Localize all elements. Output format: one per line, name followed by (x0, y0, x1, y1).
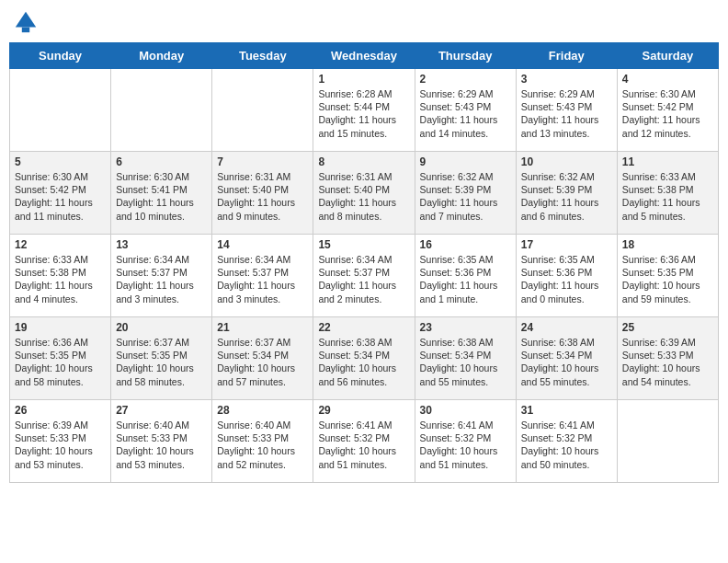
calendar-cell: 15Sunrise: 6:34 AM Sunset: 5:37 PM Dayli… (313, 235, 415, 317)
day-number: 18 (622, 238, 713, 251)
day-info: Sunrise: 6:34 AM Sunset: 5:37 PM Dayligh… (318, 253, 409, 305)
day-info: Sunrise: 6:30 AM Sunset: 5:42 PM Dayligh… (15, 170, 106, 223)
day-info: Sunrise: 6:35 AM Sunset: 5:36 PM Dayligh… (420, 253, 511, 305)
day-info: Sunrise: 6:37 AM Sunset: 5:34 PM Dayligh… (217, 336, 308, 388)
calendar-week-1: 1Sunrise: 6:28 AM Sunset: 5:44 PM Daylig… (10, 69, 719, 152)
calendar-cell: 8Sunrise: 6:31 AM Sunset: 5:40 PM Daylig… (313, 152, 415, 235)
day-info: Sunrise: 6:38 AM Sunset: 5:34 PM Dayligh… (521, 336, 612, 388)
calendar-table: SundayMondayTuesdayWednesdayThursdayFrid… (9, 42, 719, 483)
calendar-cell: 2Sunrise: 6:29 AM Sunset: 5:43 PM Daylig… (415, 69, 516, 152)
day-number: 23 (420, 321, 511, 334)
day-number: 13 (116, 238, 207, 251)
calendar-cell: 1Sunrise: 6:28 AM Sunset: 5:44 PM Daylig… (313, 69, 415, 152)
day-number: 24 (521, 321, 612, 334)
day-number: 12 (15, 238, 106, 251)
day-info: Sunrise: 6:39 AM Sunset: 5:33 PM Dayligh… (622, 336, 713, 388)
calendar-cell: 14Sunrise: 6:34 AM Sunset: 5:37 PM Dayli… (212, 235, 313, 317)
day-number: 27 (116, 404, 207, 417)
day-info: Sunrise: 6:40 AM Sunset: 5:33 PM Dayligh… (116, 419, 207, 471)
day-info: Sunrise: 6:41 AM Sunset: 5:32 PM Dayligh… (420, 419, 511, 471)
day-info: Sunrise: 6:41 AM Sunset: 5:32 PM Dayligh… (521, 419, 612, 471)
calendar-cell: 23Sunrise: 6:38 AM Sunset: 5:34 PM Dayli… (415, 317, 516, 400)
day-info: Sunrise: 6:38 AM Sunset: 5:34 PM Dayligh… (318, 336, 409, 388)
day-info: Sunrise: 6:29 AM Sunset: 5:43 PM Dayligh… (521, 87, 612, 140)
calendar-cell: 16Sunrise: 6:35 AM Sunset: 5:36 PM Dayli… (415, 235, 516, 317)
calendar-cell: 13Sunrise: 6:34 AM Sunset: 5:37 PM Dayli… (111, 235, 212, 317)
calendar-cell (212, 69, 313, 152)
day-info: Sunrise: 6:35 AM Sunset: 5:36 PM Dayligh… (521, 253, 612, 305)
day-info: Sunrise: 6:33 AM Sunset: 5:38 PM Dayligh… (622, 170, 713, 223)
svg-rect-1 (22, 28, 29, 33)
calendar-cell: 18Sunrise: 6:36 AM Sunset: 5:35 PM Dayli… (617, 235, 718, 317)
calendar-cell (10, 69, 111, 152)
day-number: 19 (15, 321, 106, 334)
day-header-monday: Monday (111, 43, 212, 69)
calendar-cell: 28Sunrise: 6:40 AM Sunset: 5:33 PM Dayli… (212, 400, 313, 483)
day-number: 21 (217, 321, 308, 334)
day-info: Sunrise: 6:36 AM Sunset: 5:35 PM Dayligh… (15, 336, 106, 388)
page-header (9, 9, 719, 35)
calendar-cell: 3Sunrise: 6:29 AM Sunset: 5:43 PM Daylig… (516, 69, 617, 152)
day-number: 10 (521, 155, 612, 168)
calendar-cell: 22Sunrise: 6:38 AM Sunset: 5:34 PM Dayli… (313, 317, 415, 400)
day-info: Sunrise: 6:28 AM Sunset: 5:44 PM Dayligh… (318, 87, 409, 140)
day-number: 11 (622, 155, 713, 168)
day-number: 1 (318, 73, 409, 86)
calendar-cell: 11Sunrise: 6:33 AM Sunset: 5:38 PM Dayli… (617, 152, 718, 235)
day-info: Sunrise: 6:32 AM Sunset: 5:39 PM Dayligh… (521, 170, 612, 223)
day-header-thursday: Thursday (415, 43, 516, 69)
calendar-cell: 10Sunrise: 6:32 AM Sunset: 5:39 PM Dayli… (516, 152, 617, 235)
logo (13, 9, 42, 35)
calendar-cell (111, 69, 212, 152)
day-info: Sunrise: 6:33 AM Sunset: 5:38 PM Dayligh… (15, 253, 106, 305)
calendar-week-3: 12Sunrise: 6:33 AM Sunset: 5:38 PM Dayli… (10, 235, 719, 317)
calendar-cell: 12Sunrise: 6:33 AM Sunset: 5:38 PM Dayli… (10, 235, 111, 317)
svg-marker-0 (16, 12, 36, 28)
calendar-cell: 25Sunrise: 6:39 AM Sunset: 5:33 PM Dayli… (617, 317, 718, 400)
day-number: 26 (15, 404, 106, 417)
day-info: Sunrise: 6:30 AM Sunset: 5:42 PM Dayligh… (622, 87, 713, 140)
calendar-cell: 7Sunrise: 6:31 AM Sunset: 5:40 PM Daylig… (212, 152, 313, 235)
day-info: Sunrise: 6:31 AM Sunset: 5:40 PM Dayligh… (318, 170, 409, 223)
calendar-cell: 21Sunrise: 6:37 AM Sunset: 5:34 PM Dayli… (212, 317, 313, 400)
calendar-cell: 19Sunrise: 6:36 AM Sunset: 5:35 PM Dayli… (10, 317, 111, 400)
day-info: Sunrise: 6:29 AM Sunset: 5:43 PM Dayligh… (420, 87, 511, 140)
calendar-week-4: 19Sunrise: 6:36 AM Sunset: 5:35 PM Dayli… (10, 317, 719, 400)
day-number: 9 (420, 155, 511, 168)
calendar-week-2: 5Sunrise: 6:30 AM Sunset: 5:42 PM Daylig… (10, 152, 719, 235)
logo-icon (13, 9, 39, 35)
calendar-cell: 30Sunrise: 6:41 AM Sunset: 5:32 PM Dayli… (415, 400, 516, 483)
day-header-sunday: Sunday (10, 43, 111, 69)
calendar-cell (617, 400, 718, 483)
day-info: Sunrise: 6:34 AM Sunset: 5:37 PM Dayligh… (217, 253, 308, 305)
day-number: 30 (420, 404, 511, 417)
day-info: Sunrise: 6:41 AM Sunset: 5:32 PM Dayligh… (318, 419, 409, 471)
day-info: Sunrise: 6:31 AM Sunset: 5:40 PM Dayligh… (217, 170, 308, 223)
day-number: 6 (116, 155, 207, 168)
day-info: Sunrise: 6:30 AM Sunset: 5:41 PM Dayligh… (116, 170, 207, 223)
day-number: 4 (622, 73, 713, 86)
day-number: 29 (318, 404, 409, 417)
day-number: 17 (521, 238, 612, 251)
day-number: 31 (521, 404, 612, 417)
day-info: Sunrise: 6:40 AM Sunset: 5:33 PM Dayligh… (217, 419, 308, 471)
calendar-cell: 26Sunrise: 6:39 AM Sunset: 5:33 PM Dayli… (10, 400, 111, 483)
day-number: 15 (318, 238, 409, 251)
day-info: Sunrise: 6:39 AM Sunset: 5:33 PM Dayligh… (15, 419, 106, 471)
day-header-friday: Friday (516, 43, 617, 69)
day-number: 5 (15, 155, 106, 168)
day-info: Sunrise: 6:32 AM Sunset: 5:39 PM Dayligh… (420, 170, 511, 223)
calendar-cell: 4Sunrise: 6:30 AM Sunset: 5:42 PM Daylig… (617, 69, 718, 152)
day-number: 14 (217, 238, 308, 251)
day-header-saturday: Saturday (617, 43, 718, 69)
day-info: Sunrise: 6:37 AM Sunset: 5:35 PM Dayligh… (116, 336, 207, 388)
day-number: 7 (217, 155, 308, 168)
calendar-cell: 5Sunrise: 6:30 AM Sunset: 5:42 PM Daylig… (10, 152, 111, 235)
day-number: 8 (318, 155, 409, 168)
day-info: Sunrise: 6:38 AM Sunset: 5:34 PM Dayligh… (420, 336, 511, 388)
calendar-cell: 9Sunrise: 6:32 AM Sunset: 5:39 PM Daylig… (415, 152, 516, 235)
day-number: 22 (318, 321, 409, 334)
day-number: 16 (420, 238, 511, 251)
day-number: 3 (521, 73, 612, 86)
header-row: SundayMondayTuesdayWednesdayThursdayFrid… (10, 43, 719, 69)
